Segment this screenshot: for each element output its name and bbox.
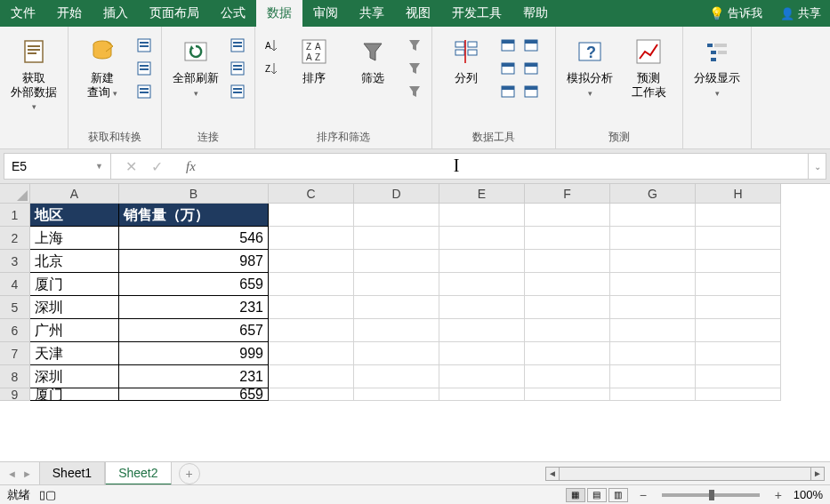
sort-Z→A[interactable]: Z [262, 59, 282, 78]
cell-G9[interactable] [610, 388, 696, 401]
cell-F1[interactable] [525, 204, 610, 227]
zoom-in-button[interactable]: + [772, 488, 785, 502]
adv-icon[interactable] [405, 82, 424, 101]
col-header-A[interactable]: A [30, 184, 119, 204]
datatool-5[interactable] [521, 82, 541, 101]
row-header-4[interactable]: 4 [0, 273, 30, 296]
datatool-1[interactable] [521, 36, 541, 55]
cell-B9[interactable]: 659 [119, 388, 269, 401]
menu-共享[interactable]: 共享 [349, 0, 395, 27]
menu-帮助[interactable]: 帮助 [512, 0, 559, 27]
cell-B1[interactable]: 销售量（万） [119, 204, 269, 227]
cell-C2[interactable] [269, 227, 354, 250]
expand-formula-icon[interactable]: ⌄ [808, 154, 826, 179]
cell-D1[interactable] [354, 204, 439, 227]
row-header-1[interactable]: 1 [0, 204, 30, 227]
menu-数据[interactable]: 数据 [256, 0, 302, 27]
cell-G5[interactable] [610, 296, 696, 319]
cell-B6[interactable]: 657 [119, 319, 269, 342]
zoom-slider[interactable] [662, 493, 760, 497]
cell-G6[interactable] [610, 319, 696, 342]
cell-H1[interactable] [696, 204, 781, 227]
cell-B7[interactable]: 999 [119, 342, 269, 365]
col-header-H[interactable]: H [696, 184, 781, 204]
cell-F2[interactable] [525, 227, 610, 250]
ribbon-分列[interactable]: 分列 [439, 30, 493, 85]
cell-E4[interactable] [439, 273, 525, 296]
row-header-6[interactable]: 6 [0, 319, 30, 342]
tbl2-icon[interactable] [134, 59, 154, 78]
cell-B8[interactable]: 231 [119, 365, 269, 388]
cell-A1[interactable]: 地区 [30, 204, 119, 227]
row-header-2[interactable]: 2 [0, 227, 30, 250]
cell-F3[interactable] [525, 250, 610, 273]
datatool-4[interactable] [498, 82, 518, 101]
cell-E7[interactable] [439, 342, 525, 365]
row-header-8[interactable]: 8 [0, 365, 30, 388]
cell-D6[interactable] [354, 319, 439, 342]
formula-input[interactable]: I [205, 154, 808, 179]
src-icon[interactable] [134, 82, 154, 101]
tbl-icon[interactable] [134, 36, 154, 55]
cell-D5[interactable] [354, 296, 439, 319]
cell-A8[interactable]: 深圳 [30, 365, 119, 388]
cell-F9[interactable] [525, 388, 610, 401]
cell-C9[interactable] [269, 388, 354, 401]
row-header-9[interactable]: 9 [0, 388, 30, 401]
normal-view-button[interactable]: ▦ [566, 488, 585, 502]
cell-E3[interactable] [439, 250, 525, 273]
cell-E8[interactable] [439, 365, 525, 388]
horizontal-scrollbar[interactable]: ◄► [545, 467, 830, 481]
cell-D3[interactable] [354, 250, 439, 273]
cell-D9[interactable] [354, 388, 439, 401]
cell-A7[interactable]: 天津 [30, 342, 119, 365]
zoom-level[interactable]: 100% [794, 488, 823, 501]
cell-E9[interactable] [439, 388, 525, 401]
cell-H7[interactable] [696, 342, 781, 365]
cell-D2[interactable] [354, 227, 439, 250]
confirm-icon[interactable]: ✓ [151, 158, 163, 175]
ribbon-模拟分析[interactable]: ?模拟分析 ▾ [563, 30, 616, 99]
row-header-5[interactable]: 5 [0, 296, 30, 319]
ribbon-筛选[interactable]: 筛选 [346, 30, 399, 85]
tab-nav[interactable]: ◄► [0, 468, 39, 479]
ribbon-获取外部数据[interactable]: 获取外部数据 ▾ [7, 30, 60, 113]
cell-G7[interactable] [610, 342, 696, 365]
cancel-icon[interactable]: ✕ [125, 158, 137, 175]
cell-C8[interactable] [269, 365, 354, 388]
cell-A6[interactable]: 广州 [30, 319, 119, 342]
cell-F8[interactable] [525, 365, 610, 388]
row-header-3[interactable]: 3 [0, 250, 30, 273]
menu-页面布局[interactable]: 页面布局 [139, 0, 210, 27]
cell-C1[interactable] [269, 204, 354, 227]
cell-H2[interactable] [696, 227, 781, 250]
col-header-G[interactable]: G [610, 184, 696, 204]
ribbon-预测工作表[interactable]: 预测工作表 [622, 30, 675, 99]
cell-H5[interactable] [696, 296, 781, 319]
cell-A4[interactable]: 厦门 [30, 273, 119, 296]
menu-文件[interactable]: 文件 [0, 0, 46, 27]
sort-A→Z[interactable]: A [262, 36, 282, 55]
cell-G8[interactable] [610, 365, 696, 388]
menu-开始[interactable]: 开始 [46, 0, 93, 27]
cell-G1[interactable] [610, 204, 696, 227]
cell-F5[interactable] [525, 296, 610, 319]
ribbon-分级显示[interactable]: 分级显示 ▾ [690, 30, 744, 99]
share-button[interactable]: 👤共享 [771, 0, 830, 27]
prop-icon[interactable] [228, 59, 247, 78]
cell-E6[interactable] [439, 319, 525, 342]
cell-F7[interactable] [525, 342, 610, 365]
cell-G3[interactable] [610, 250, 696, 273]
col-header-B[interactable]: B [119, 184, 269, 204]
row-header-7[interactable]: 7 [0, 342, 30, 365]
cell-A2[interactable]: 上海 [30, 227, 119, 250]
col-header-E[interactable]: E [439, 184, 525, 204]
cell-F6[interactable] [525, 319, 610, 342]
page-break-view-button[interactable]: ▥ [608, 488, 628, 502]
menu-插入[interactable]: 插入 [93, 0, 139, 27]
cell-H6[interactable] [696, 319, 781, 342]
cell-H9[interactable] [696, 388, 781, 401]
cell-C4[interactable] [269, 273, 354, 296]
add-sheet-button[interactable]: + [179, 463, 200, 484]
cell-G2[interactable] [610, 227, 696, 250]
